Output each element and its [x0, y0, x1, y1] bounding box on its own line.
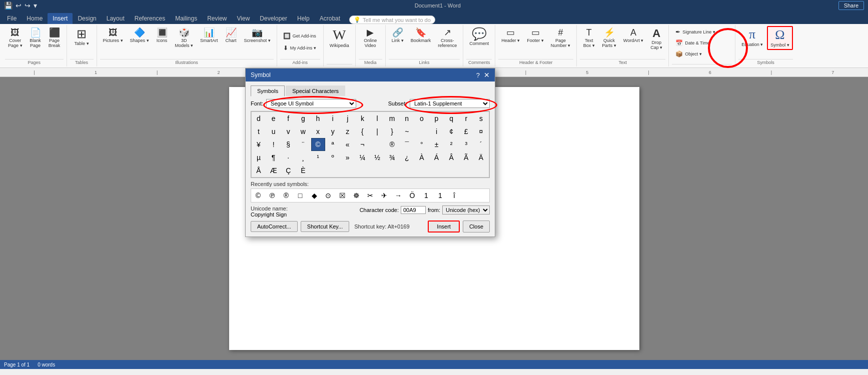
symbol-cell[interactable]: d [252, 112, 266, 125]
tab-file[interactable]: File [2, 13, 22, 24]
symbol-cell[interactable]: l [370, 112, 384, 125]
dialog-help-btn[interactable]: ? [476, 72, 480, 79]
close-btn[interactable]: Close [463, 220, 490, 232]
symbol-cell[interactable]: º [326, 151, 340, 164]
char-code-input[interactable] [401, 206, 426, 214]
symbol-cell[interactable]: } [385, 125, 399, 138]
symbol-cell[interactable]: x [311, 125, 325, 138]
symbol-cell[interactable]: ± [430, 138, 444, 151]
redo-qat-btn[interactable]: ↪ [25, 2, 31, 10]
symbol-cell[interactable]: ª [326, 138, 340, 151]
symbol-cell[interactable]: w [296, 125, 310, 138]
symbol-cell[interactable]: Å [252, 164, 266, 177]
symbol-btn[interactable]: Ω Symbol ▾ [767, 26, 793, 50]
equation-btn[interactable]: π Equation ▾ [738, 26, 766, 49]
smartart-btn[interactable]: 📊 SmartArt [197, 26, 221, 45]
recently-used-cell[interactable]: ® [279, 189, 293, 202]
symbol-cell[interactable]: È [296, 164, 310, 177]
subset-select[interactable]: Latin-1 Supplement [410, 99, 490, 108]
3d-models-btn[interactable]: 🎲 3DModels ▾ [172, 26, 197, 50]
dialog-close-x-btn[interactable]: ✕ [484, 71, 490, 79]
tab-insert[interactable]: Insert [48, 13, 73, 24]
get-addins-btn[interactable]: 🔲 Get Add-ins [280, 30, 320, 42]
symbol-cell[interactable]: z [341, 125, 355, 138]
bookmark-btn[interactable]: 🔖 Bookmark [408, 26, 434, 45]
tab-home[interactable]: Home [22, 13, 48, 24]
recently-used-cell[interactable]: ✈ [377, 189, 391, 202]
table-btn[interactable]: ⊞ Table ▾ [72, 26, 92, 48]
header-btn[interactable]: ▭ Header ▾ [498, 26, 523, 45]
tab-developer[interactable]: Developer [255, 13, 292, 24]
symbol-cell[interactable]: p [430, 112, 444, 125]
symbol-cell[interactable]: ¬ [355, 138, 369, 151]
cross-reference-btn[interactable]: ↗ Cross-reference [435, 26, 460, 50]
dialog-tab-special-chars[interactable]: Special Characters [286, 86, 345, 96]
symbol-cell[interactable]: Ä [474, 151, 488, 164]
symbol-cell[interactable]: n [400, 112, 414, 125]
symbol-cell[interactable]: Á [430, 151, 444, 164]
tab-layout[interactable]: Layout [102, 13, 130, 24]
symbol-cell[interactable]: ¶ [267, 151, 281, 164]
symbol-cell[interactable]: » [341, 151, 355, 164]
symbol-cell[interactable] [415, 125, 429, 138]
symbol-cell[interactable]: « [341, 138, 355, 151]
symbol-cell[interactable]: Ã [459, 151, 473, 164]
object-btn[interactable]: 📦 Object ▾ [672, 49, 732, 59]
customize-qat-btn[interactable]: ▾ [34, 2, 37, 10]
recently-used-cell[interactable]: ☒ [335, 189, 349, 202]
symbol-cell[interactable]: m [385, 112, 399, 125]
symbol-cell[interactable]: ¯ [400, 138, 414, 151]
symbol-cell[interactable]: ¥ [252, 138, 266, 151]
signature-line-btn[interactable]: ✒ Signature Line ▾ [672, 27, 732, 37]
symbol-cell[interactable]: ¤ [474, 125, 488, 138]
symbol-cell[interactable]: r [459, 112, 473, 125]
tab-mailings[interactable]: Mailings [170, 13, 202, 24]
chart-btn[interactable]: 📈 Chart [222, 26, 240, 45]
shapes-btn[interactable]: 🔷 Shapes ▾ [127, 26, 152, 45]
pictures-btn[interactable]: 🖼 Pictures ▾ [100, 26, 126, 45]
date-time-btn[interactable]: 📅 Date & Time [672, 38, 732, 48]
from-select[interactable]: Unicode (hex) [442, 206, 490, 214]
page-number-btn[interactable]: # PageNumber ▾ [548, 26, 574, 50]
link-btn[interactable]: 🔗 Link ▾ [389, 26, 407, 45]
text-box-btn[interactable]: T TextBox ▾ [580, 26, 598, 50]
tab-acrobat[interactable]: Acrobat [315, 13, 345, 24]
page-break-btn[interactable]: ⬛ PageBreak [46, 26, 64, 50]
symbol-cell[interactable]: ´ [474, 138, 488, 151]
icons-btn[interactable]: 🔳 Icons [153, 26, 171, 45]
symbol-cell[interactable]: ¸ [296, 151, 310, 164]
save-qat-btn[interactable]: 💾 [4, 2, 13, 10]
symbol-cell[interactable]: y [326, 125, 340, 138]
shortcut-key-btn[interactable]: Shortcut Key... [301, 221, 349, 232]
symbol-cell[interactable]: q [444, 112, 458, 125]
recently-used-cell[interactable]: 1 [419, 189, 433, 202]
symbol-cell[interactable]: i [430, 125, 444, 138]
recently-used-cell[interactable]: ☸ [349, 189, 363, 202]
symbol-cell[interactable]: u [267, 125, 281, 138]
symbol-cell[interactable]: ¨ [296, 138, 310, 151]
symbol-cell[interactable]: ¼ [355, 151, 369, 164]
symbol-cell[interactable]: e [267, 112, 281, 125]
symbol-cell[interactable]: v [281, 125, 295, 138]
undo-qat-btn[interactable]: ↩ [16, 2, 22, 10]
symbol-cell[interactable]: ! [267, 138, 281, 151]
blank-page-btn[interactable]: 📄 BlankPage [27, 26, 45, 50]
symbol-cell[interactable]: £ [459, 125, 473, 138]
symbol-cell[interactable]: ½ [370, 151, 384, 164]
symbol-cell[interactable]: ~ [400, 125, 414, 138]
drop-cap-btn[interactable]: A DropCap ▾ [647, 26, 665, 52]
recently-used-cell[interactable]: → [391, 189, 405, 202]
symbol-cell[interactable]: i [326, 112, 340, 125]
recently-used-cell[interactable]: î [447, 189, 461, 202]
footer-btn[interactable]: ▭ Footer ▾ [524, 26, 547, 45]
symbol-cell[interactable]: ­ [370, 138, 384, 151]
recently-used-cell[interactable]: Ö [405, 189, 419, 202]
symbol-cell[interactable]: { [355, 125, 369, 138]
symbol-cell[interactable]: h [311, 112, 325, 125]
symbol-cell[interactable]: f [281, 112, 295, 125]
symbol-cell[interactable]: ° [415, 138, 429, 151]
symbol-cell[interactable]: j [341, 112, 355, 125]
screenshot-btn[interactable]: 📷 Screenshot ▾ [241, 26, 274, 45]
tell-me-bar[interactable]: 💡 Tell me what you want to do [349, 16, 435, 24]
recently-used-cell[interactable]: ◆ [307, 189, 321, 202]
